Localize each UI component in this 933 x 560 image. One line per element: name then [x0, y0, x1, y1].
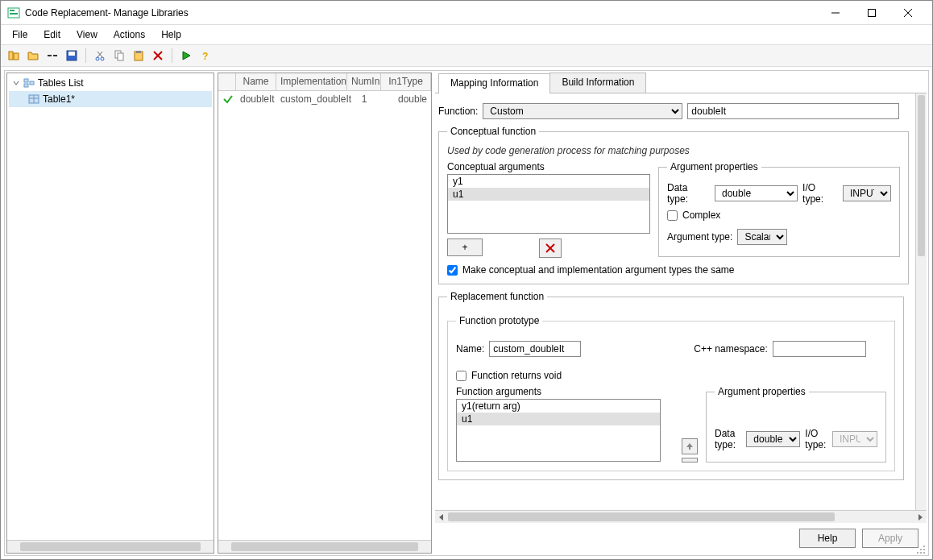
argtype-select[interactable]: Scalar [737, 229, 787, 245]
datatype2-select[interactable]: double [746, 431, 800, 447]
help-icon[interactable]: ? [197, 48, 214, 64]
move-up-button[interactable] [682, 438, 698, 454]
toolbar: ? [1, 44, 932, 67]
tree-root[interactable]: Tables List [9, 75, 212, 91]
new-icon[interactable] [6, 48, 22, 64]
save-icon[interactable] [64, 48, 80, 64]
namespace-input[interactable] [773, 341, 866, 357]
funcargs-label: Function arguments [456, 386, 674, 397]
svg-point-38 [920, 549, 922, 550]
tab-build-information[interactable]: Build Information [549, 73, 646, 93]
menu-help[interactable]: Help [153, 27, 189, 43]
prototype-legend: Function prototype [456, 315, 542, 326]
resize-grip-icon[interactable] [915, 542, 927, 554]
delete-icon[interactable] [150, 48, 166, 64]
menu-edit[interactable]: Edit [35, 27, 68, 43]
svg-rect-8 [14, 53, 19, 60]
table-row[interactable]: doubleIt custom_doubleIt 1 double [218, 91, 431, 107]
scroll-right-icon[interactable] [916, 512, 924, 522]
svg-rect-26 [24, 84, 28, 87]
iotype-label: I/O type: [802, 182, 838, 205]
detail-vertical-scrollbar[interactable] [915, 93, 927, 510]
col-implementation[interactable]: Implementation [276, 73, 347, 90]
delete-icon [545, 243, 556, 254]
iotype-select[interactable]: INPUT [843, 185, 891, 201]
svg-point-37 [923, 545, 925, 547]
same-types-checkbox[interactable] [447, 265, 458, 276]
svg-point-40 [917, 552, 918, 554]
function-label: Function: [438, 106, 478, 117]
function-prototype-group: Function prototype Name: C++ namespace: [447, 315, 895, 471]
scroll-left-icon[interactable] [437, 512, 446, 522]
tables-list-icon [23, 77, 35, 89]
menu-actions[interactable]: Actions [106, 27, 153, 43]
remove-icon[interactable] [44, 48, 60, 64]
list-item[interactable]: y1 [448, 175, 649, 188]
tree-horizontal-scrollbar[interactable] [7, 540, 214, 553]
cell-intype: double [381, 92, 431, 106]
list-item[interactable]: y1(return arg) [457, 400, 660, 413]
list-item[interactable]: u1 [457, 413, 660, 425]
svg-rect-27 [30, 81, 34, 85]
complex-label: Complex [682, 209, 720, 221]
title-bar: Code Replacement- Manage Libraries [1, 1, 932, 25]
funcargs-listbox[interactable]: y1(return arg) u1 [456, 399, 661, 462]
paste-icon[interactable] [131, 48, 147, 64]
minimize-button[interactable] [817, 2, 853, 24]
repl-name-label: Name: [456, 343, 484, 355]
svg-rect-10 [53, 55, 57, 56]
detail-horizontal-scrollbar[interactable] [435, 510, 927, 523]
datatype-label: Data type: [667, 182, 710, 205]
repl-name-input[interactable] [489, 341, 581, 357]
tab-mapping-information[interactable]: Mapping Information [438, 73, 550, 93]
menu-file[interactable]: File [4, 27, 35, 43]
list-item[interactable]: u1 [448, 188, 649, 201]
close-button[interactable] [889, 2, 926, 24]
maximize-button[interactable] [853, 2, 889, 24]
arrow-up-icon [686, 442, 694, 450]
apply-button[interactable]: Apply [862, 529, 918, 548]
conceptual-args-listbox[interactable]: y1 u1 [447, 174, 650, 234]
arg-props-legend: Argument properties [667, 161, 761, 172]
menu-view[interactable]: View [68, 27, 106, 43]
table-header: Name Implementation NumIn In1Type [218, 73, 431, 91]
col-in1type[interactable]: In1Type [381, 73, 431, 90]
svg-rect-12 [68, 52, 75, 56]
svg-marker-36 [918, 514, 923, 521]
conceptual-function-group: Conceptual function Used by code generat… [438, 126, 909, 284]
svg-rect-1 [10, 10, 15, 11]
help-button[interactable]: Help [799, 529, 856, 548]
datatype-select[interactable]: double [715, 185, 798, 201]
tree-item-table1[interactable]: Table1* [9, 91, 212, 107]
open-icon[interactable] [25, 48, 41, 64]
complex-checkbox[interactable] [667, 210, 678, 221]
svg-point-14 [101, 57, 104, 60]
function-select[interactable]: Custom [483, 103, 682, 119]
col-numin[interactable]: NumIn [347, 73, 381, 90]
conceptual-legend: Conceptual function [447, 126, 539, 137]
copy-icon[interactable] [111, 48, 127, 64]
svg-rect-9 [48, 55, 52, 56]
svg-marker-23 [183, 52, 190, 60]
move-down-button[interactable] [682, 458, 698, 463]
tree-panel: Tables List Table1* [6, 73, 214, 554]
svg-rect-7 [9, 52, 13, 60]
function-name-input[interactable] [687, 103, 899, 119]
argtype-label: Argument type: [667, 231, 732, 243]
col-name[interactable]: Name [236, 73, 276, 90]
svg-rect-20 [136, 51, 141, 53]
chevron-down-icon[interactable] [12, 79, 20, 87]
cut-icon[interactable] [92, 48, 108, 64]
svg-rect-25 [24, 79, 28, 82]
iotype2-select: INPUT [832, 431, 877, 447]
run-icon[interactable] [178, 48, 194, 64]
replacement-function-group: Replacement function Function prototype … [438, 291, 904, 480]
table-horizontal-scrollbar[interactable] [218, 540, 431, 553]
iotype2-label: I/O type: [805, 428, 827, 450]
remove-argument-button[interactable] [539, 239, 562, 258]
returns-void-checkbox[interactable] [456, 371, 466, 381]
main-area: Tables List Table1* Name Implementation … [4, 70, 929, 556]
svg-rect-34 [689, 446, 690, 450]
add-argument-button[interactable]: + [447, 239, 483, 256]
table-icon [28, 93, 39, 105]
